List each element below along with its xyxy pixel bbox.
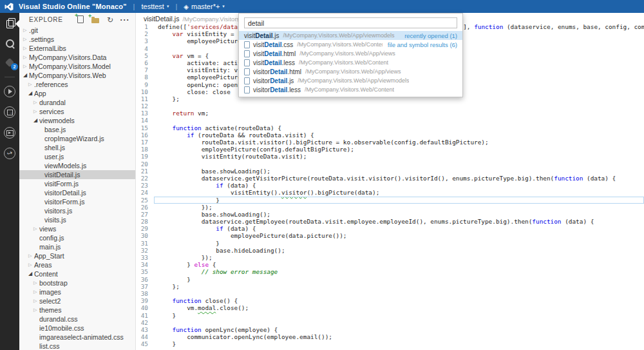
code-line[interactable]: }: [154, 276, 644, 283]
code-line[interactable]: vm.modal.close();: [154, 304, 644, 311]
code-line[interactable]: }: [154, 240, 644, 247]
code-line[interactable]: }: [154, 197, 644, 204]
tree-item[interactable]: ▷MyCompany.Visitors.Data: [19, 53, 135, 62]
new-file-button[interactable]: [76, 15, 85, 24]
preview-button[interactable]: [0, 122, 19, 143]
quick-open-result[interactable]: visitorDetail.less/MyCompany.Visitors.We…: [239, 85, 462, 94]
collapsed-arrow-icon[interactable]: ▷: [33, 297, 39, 306]
collapsed-arrow-icon[interactable]: ▷: [33, 107, 39, 116]
new-folder-button[interactable]: [91, 15, 100, 24]
expanded-arrow-icon[interactable]: ◢: [33, 116, 39, 125]
code-line[interactable]: dataservice.getEmployee(routeData.visit.…: [154, 218, 644, 225]
quick-open-result[interactable]: visitDetail.less/MyCompany.Visitors.Web/…: [239, 58, 462, 67]
quick-open-result[interactable]: visitDetail.html/MyCompany.Visitors.Web/…: [239, 49, 462, 58]
tree-item[interactable]: ◢MyCompany.Visitors.Web: [19, 71, 135, 80]
tree-item[interactable]: ▷.settings: [19, 35, 135, 44]
tree-item[interactable]: visitors.js: [19, 206, 135, 215]
code-line[interactable]: routeData.visit.visitor().bigPicture = k…: [154, 139, 644, 146]
tree-item[interactable]: ▷durandal: [19, 98, 135, 107]
tree-item[interactable]: ie10mobile.css: [19, 324, 135, 333]
code-line[interactable]: function activate(routeData) {: [154, 124, 644, 131]
quick-open-input[interactable]: [244, 17, 457, 28]
expanded-arrow-icon[interactable]: ◢: [28, 89, 34, 98]
tree-item[interactable]: visits.js: [19, 215, 135, 224]
tree-item[interactable]: ◢viewmodels: [19, 116, 135, 125]
code-line[interactable]: base.showLoading();: [154, 168, 644, 175]
code-line[interactable]: function openLync(employee) {: [154, 326, 644, 333]
tree-item[interactable]: ▷images: [19, 287, 135, 297]
tree-item[interactable]: shell.js: [19, 143, 135, 152]
tree-item[interactable]: ▷.git: [19, 26, 135, 35]
tree-item[interactable]: imgareaselect-animated.css: [19, 333, 135, 342]
collapsed-arrow-icon[interactable]: ▷: [23, 26, 29, 35]
tree-item[interactable]: visitForm.js: [19, 179, 135, 188]
git-button[interactable]: 2: [0, 53, 19, 72]
code-line[interactable]: base.hideLoading();: [154, 247, 644, 254]
run-button[interactable]: [0, 81, 19, 102]
code-line[interactable]: };: [154, 283, 644, 290]
tree-item[interactable]: ▷MyCompany.Visitors.Model: [19, 62, 135, 71]
tree-item[interactable]: user.js: [19, 152, 135, 161]
code-line[interactable]: }: [154, 312, 644, 319]
tree-item[interactable]: ▷select2: [19, 297, 135, 306]
code-line[interactable]: [154, 319, 644, 326]
code-line[interactable]: if (data) {: [154, 225, 644, 232]
collapsed-arrow-icon[interactable]: ▷: [28, 80, 34, 89]
code-line[interactable]: });: [154, 254, 644, 261]
code-line[interactable]: dataservice.getVisitorPicture(routeData.…: [154, 175, 644, 182]
tree-item[interactable]: cropImageWizard.js: [19, 134, 135, 143]
tree-item[interactable]: ◢App: [19, 89, 135, 98]
code-line[interactable]: visitEntity().visitor().bigPicture(data)…: [154, 189, 644, 196]
tree-item[interactable]: durandal.css: [19, 315, 135, 324]
quick-open-result[interactable]: visitorDetail.js/MyCompany.Visitors.Web/…: [239, 76, 462, 85]
tree-item[interactable]: config.js: [19, 233, 135, 242]
code-line[interactable]: communicator.openLync(employee.email());: [154, 333, 644, 340]
code-line[interactable]: employeePicture(data.picture());: [154, 232, 644, 239]
share-button[interactable]: ↪: [0, 143, 19, 164]
tree-item[interactable]: ▷.references: [19, 80, 135, 89]
code-line[interactable]: [154, 290, 644, 297]
code-line[interactable]: }: [154, 340, 644, 347]
open-external-button[interactable]: [0, 102, 19, 122]
tree-item[interactable]: visitDetail.js: [19, 170, 135, 179]
tree-item[interactable]: ▷Areas: [19, 260, 135, 269]
code-line[interactable]: });: [154, 204, 644, 211]
collapsed-arrow-icon[interactable]: ▷: [23, 62, 29, 71]
code-line[interactable]: employeePicture(config.defaultBigPicture…: [154, 146, 644, 153]
quick-open-result[interactable]: visitDetail.js/MyCompany.Visitors.Web/Ap…: [239, 31, 462, 40]
branch-menu[interactable]: master*+: [184, 3, 225, 10]
code-line[interactable]: if (routeData && routeData.visit) {: [154, 131, 644, 139]
collapsed-arrow-icon[interactable]: ▷: [28, 251, 34, 260]
collapsed-arrow-icon[interactable]: ▷: [33, 306, 39, 315]
tree-item[interactable]: ▷themes: [19, 306, 135, 315]
tree-item[interactable]: ▷ExternalLibs: [19, 44, 135, 53]
tree-item[interactable]: list.css: [19, 342, 135, 350]
collapsed-arrow-icon[interactable]: ▷: [33, 287, 39, 297]
quick-open-result[interactable]: visitorDetail.html/MyCompany.Visitors.We…: [239, 67, 462, 76]
tree-item[interactable]: ◢Content: [19, 269, 135, 278]
collapsed-arrow-icon[interactable]: ▷: [33, 278, 39, 287]
tree-item[interactable]: ▷services: [19, 107, 135, 116]
code-line[interactable]: [154, 102, 644, 110]
code-line[interactable]: if (data) {: [154, 182, 644, 189]
code-line[interactable]: } else {: [154, 261, 644, 268]
tree-item[interactable]: visitorDetail.js: [19, 188, 135, 197]
search-button[interactable]: [0, 34, 19, 53]
collapsed-arrow-icon[interactable]: ▷: [28, 260, 34, 269]
tree-item[interactable]: ▷App_Start: [19, 251, 135, 260]
collapsed-arrow-icon[interactable]: ▷: [33, 224, 39, 233]
tree-item[interactable]: ▷views: [19, 224, 135, 233]
code-line[interactable]: [154, 117, 644, 124]
code-line[interactable]: return vm;: [154, 110, 644, 117]
code-line[interactable]: function close() {: [154, 297, 644, 304]
tree-item[interactable]: viewModels.js: [19, 161, 135, 170]
tree-item[interactable]: ▷bootstrap: [19, 278, 135, 287]
account-menu[interactable]: testtest: [141, 3, 169, 10]
code-line[interactable]: base.showLoading();: [154, 211, 644, 218]
refresh-button[interactable]: [106, 15, 115, 24]
collapsed-arrow-icon[interactable]: ▷: [23, 44, 29, 53]
code-line[interactable]: [154, 160, 644, 168]
code-line[interactable]: // show error message: [154, 268, 644, 275]
tree-item[interactable]: visitorForm.js: [19, 197, 135, 206]
collapsed-arrow-icon[interactable]: ▷: [23, 35, 29, 44]
